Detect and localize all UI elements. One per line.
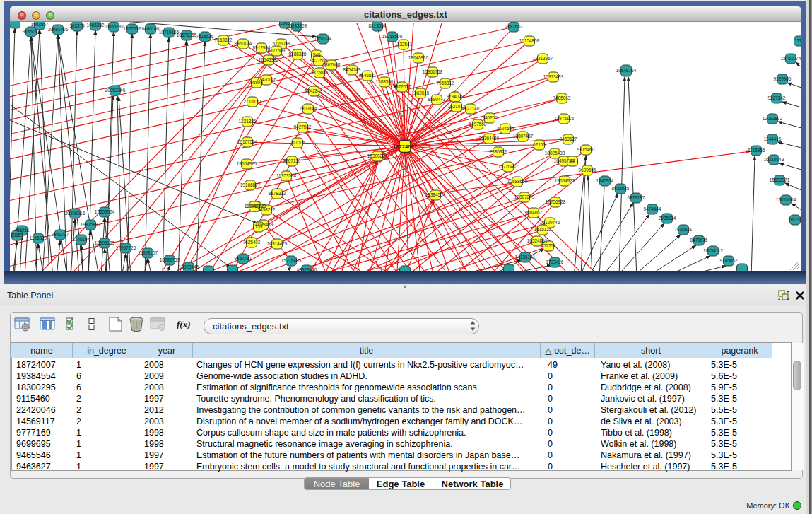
svg-text:20691406: 20691406 xyxy=(48,27,69,32)
svg-text:10973493: 10973493 xyxy=(543,74,564,79)
svg-text:9245652: 9245652 xyxy=(720,258,738,263)
svg-text:2718120: 2718120 xyxy=(244,99,261,104)
svg-text:485061: 485061 xyxy=(14,228,30,233)
svg-text:19756928: 19756928 xyxy=(546,199,566,204)
svg-text:3624554: 3624554 xyxy=(497,126,514,131)
svg-text:7485063: 7485063 xyxy=(553,95,571,100)
svg-text:1362615: 1362615 xyxy=(412,90,430,95)
svg-text:17359924: 17359924 xyxy=(95,209,115,214)
svg-text:10961758: 10961758 xyxy=(423,69,443,74)
svg-text:1132541: 1132541 xyxy=(395,42,413,47)
svg-text:1733426: 1733426 xyxy=(546,259,564,264)
svg-text:1112: 1112 xyxy=(794,38,801,43)
svg-text:1145194: 1145194 xyxy=(73,237,90,242)
svg-text:19654925: 19654925 xyxy=(237,161,257,166)
svg-text:f(x): f(x) xyxy=(177,319,191,329)
svg-text:9474444: 9474444 xyxy=(644,206,661,211)
svg-text:16120746: 16120746 xyxy=(540,220,560,225)
svg-text:8471676: 8471676 xyxy=(690,238,708,243)
svg-text:9055713: 9055713 xyxy=(23,29,40,34)
svg-text:14136141: 14136141 xyxy=(515,255,536,259)
svg-text:16107554: 16107554 xyxy=(237,139,258,144)
svg-text:8938925: 8938925 xyxy=(612,186,630,191)
svg-text:62160: 62160 xyxy=(533,142,546,147)
svg-text:16543382: 16543382 xyxy=(259,57,279,62)
svg-text:98903: 98903 xyxy=(250,80,263,85)
svg-text:16033809: 16033809 xyxy=(287,23,307,28)
svg-text:19654923: 19654923 xyxy=(555,178,575,183)
svg-text:12213967: 12213967 xyxy=(533,56,553,61)
svg-text:163379: 163379 xyxy=(69,23,85,28)
svg-text:9329966: 9329966 xyxy=(774,76,792,81)
svg-text:9327509: 9327509 xyxy=(268,48,286,53)
svg-text:16210643: 16210643 xyxy=(764,157,784,162)
svg-text:10046703: 10046703 xyxy=(245,204,265,209)
svg-text:18807249: 18807249 xyxy=(514,194,535,199)
svg-text:17957225: 17957225 xyxy=(116,245,136,250)
svg-text:17016504: 17016504 xyxy=(776,197,796,202)
svg-text:16914479: 16914479 xyxy=(267,241,288,246)
svg-text:11958107: 11958107 xyxy=(138,250,158,255)
svg-text:7857224: 7857224 xyxy=(314,36,332,41)
svg-text:7632621: 7632621 xyxy=(675,227,693,232)
svg-text:12923446: 12923446 xyxy=(297,267,317,271)
svg-text:2942737: 2942737 xyxy=(52,232,69,237)
svg-text:11353594: 11353594 xyxy=(276,173,296,178)
svg-text:20206516: 20206516 xyxy=(65,211,86,216)
svg-text:8878332: 8878332 xyxy=(269,191,286,196)
svg-text:19975887: 19975887 xyxy=(81,222,101,227)
svg-text:159: 159 xyxy=(255,224,263,229)
svg-text:19384554: 19384554 xyxy=(425,192,446,197)
svg-text:15692971: 15692971 xyxy=(770,177,790,182)
svg-text:39159: 39159 xyxy=(11,233,23,238)
svg-text:7955812: 7955812 xyxy=(437,81,454,86)
svg-text:1903557: 1903557 xyxy=(31,22,49,27)
svg-text:16671355: 16671355 xyxy=(177,33,197,37)
svg-text:9699695: 9699695 xyxy=(579,168,596,173)
svg-text:9463627: 9463627 xyxy=(560,136,577,141)
svg-text:2867608: 2867608 xyxy=(323,62,341,67)
svg-text:18640910: 18640910 xyxy=(408,55,429,60)
svg-text:10655287: 10655287 xyxy=(104,24,124,29)
svg-text:9457791: 9457791 xyxy=(235,256,252,261)
svg-text:10807487: 10807487 xyxy=(513,134,534,139)
svg-text:6497568: 6497568 xyxy=(469,122,487,127)
svg-text:1527602: 1527602 xyxy=(124,26,141,31)
svg-text:6879197: 6879197 xyxy=(628,195,645,200)
svg-text:1065332: 1065332 xyxy=(87,23,105,28)
svg-text:8990443: 8990443 xyxy=(428,97,446,102)
svg-text:9084067: 9084067 xyxy=(525,210,543,215)
svg-text:3875685: 3875685 xyxy=(311,70,329,75)
svg-text:10025438: 10025438 xyxy=(545,151,565,156)
svg-text:1221336: 1221336 xyxy=(239,119,257,124)
svg-text:7663822: 7663822 xyxy=(215,37,233,42)
svg-text:8322037: 8322037 xyxy=(394,84,411,89)
svg-text:19218506: 19218506 xyxy=(382,34,403,39)
svg-text:9146821: 9146821 xyxy=(359,73,377,78)
svg-text:12505135: 12505135 xyxy=(95,240,115,245)
svg-text:19166827: 19166827 xyxy=(240,182,261,187)
svg-text:546: 546 xyxy=(313,52,321,57)
svg-text:1640954: 1640954 xyxy=(596,178,614,183)
svg-text:10654112: 10654112 xyxy=(703,248,723,253)
svg-text:12975115: 12975115 xyxy=(554,116,574,121)
svg-text:18724007: 18724007 xyxy=(393,144,417,150)
svg-text:8960124: 8960124 xyxy=(235,41,252,46)
svg-text:252254: 252254 xyxy=(541,243,556,248)
svg-text:1615132: 1615132 xyxy=(534,227,552,232)
svg-text:7625402: 7625402 xyxy=(243,240,261,245)
svg-text:10688609: 10688609 xyxy=(507,179,528,184)
svg-text:1156829: 1156829 xyxy=(30,235,47,240)
svg-text:717006: 717006 xyxy=(290,140,305,145)
svg-text:12923445: 12923445 xyxy=(179,264,199,269)
svg-text:15716485: 15716485 xyxy=(281,258,302,263)
svg-text:8186328: 8186328 xyxy=(289,52,307,57)
svg-text:9327140: 9327140 xyxy=(462,106,480,111)
svg-text:2935114: 2935114 xyxy=(659,216,676,221)
svg-text:12093872: 12093872 xyxy=(763,116,783,121)
svg-text:18300295: 18300295 xyxy=(367,153,388,158)
svg-text:1244415: 1244415 xyxy=(764,136,782,141)
svg-text:16524851: 16524851 xyxy=(527,238,548,243)
svg-text:8215955: 8215955 xyxy=(748,148,765,153)
svg-text:6466160: 6466160 xyxy=(142,26,160,31)
